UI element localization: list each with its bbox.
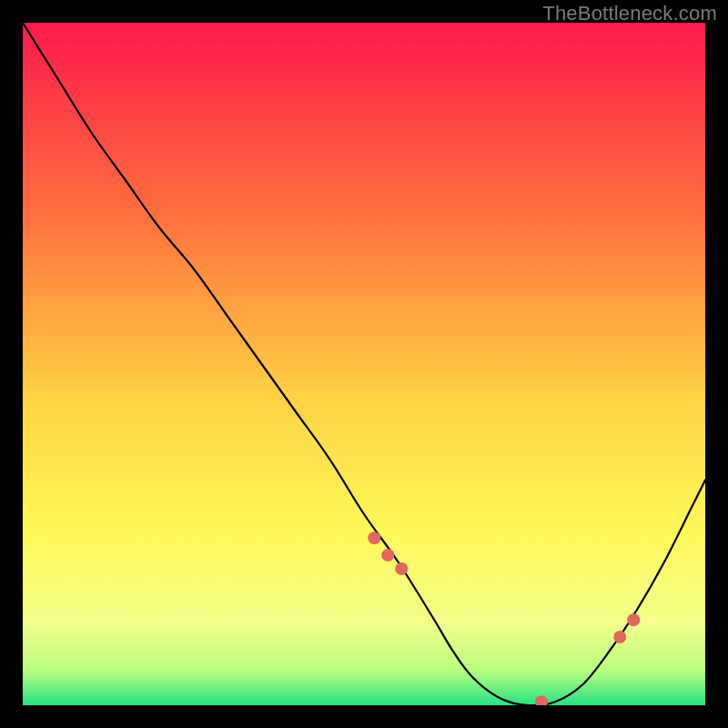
chart-background bbox=[23, 23, 705, 705]
curve-marker-dot bbox=[395, 562, 408, 575]
curve-marker-dot bbox=[613, 631, 626, 643]
chart-svg bbox=[23, 23, 705, 705]
watermark-text: TheBottleneck.com bbox=[542, 2, 717, 25]
chart-root: TheBottleneck.com bbox=[0, 0, 728, 728]
curve-marker-dot bbox=[368, 531, 380, 544]
curve-marker-dot bbox=[627, 613, 640, 626]
curve-marker-dot bbox=[381, 549, 394, 561]
